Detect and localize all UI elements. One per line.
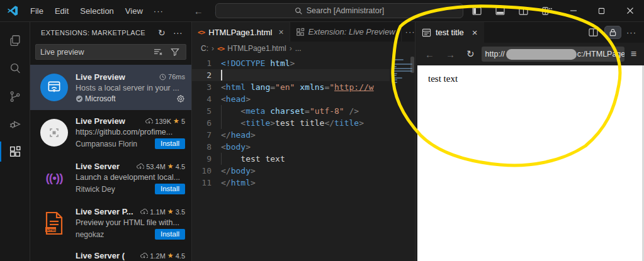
install-count-icon bbox=[140, 252, 148, 259]
code-token: http://w bbox=[334, 82, 374, 92]
code-line[interactable]: 5 <meta charset="utf-8" /> bbox=[192, 105, 415, 117]
code-token: < bbox=[221, 142, 226, 152]
preview-tab-label: test title bbox=[436, 28, 464, 37]
tab-test-title[interactable]: test title × bbox=[415, 22, 484, 43]
rating-value: 4.5 bbox=[176, 163, 185, 170]
minimap-line bbox=[392, 66, 397, 67]
filter-extensions-icon[interactable] bbox=[167, 47, 183, 57]
menu-selection[interactable]: Selection bbox=[74, 4, 119, 18]
menu-view[interactable]: View bbox=[120, 4, 149, 18]
install-button[interactable]: Install bbox=[155, 229, 185, 240]
breadcrumb-drive[interactable]: C: bbox=[201, 44, 208, 53]
close-window-button[interactable] bbox=[616, 0, 644, 21]
preview-back-icon[interactable]: ← bbox=[421, 49, 439, 60]
customize-layout-icon[interactable] bbox=[535, 0, 559, 21]
history-back-icon[interactable]: ← bbox=[194, 6, 203, 16]
preview-refresh-icon[interactable]: ↻ bbox=[462, 48, 479, 60]
code-line[interactable]: 3<html lang="en" xmlns="http://w bbox=[192, 81, 415, 93]
code-line[interactable]: 9 test text bbox=[192, 153, 415, 165]
activity-bar bbox=[0, 22, 30, 261]
menu-edit[interactable]: Edit bbox=[49, 4, 74, 18]
line-number: 4 bbox=[192, 93, 221, 105]
source-control-icon[interactable] bbox=[0, 82, 30, 110]
preview-forward-icon[interactable]: → bbox=[441, 49, 460, 60]
extensions-more-actions-icon[interactable]: ··· bbox=[169, 27, 186, 38]
activation-time: 76ms bbox=[168, 73, 185, 81]
search-view-icon[interactable] bbox=[0, 55, 30, 82]
tab-htmlpage1[interactable]: <> HTMLPage1.html × bbox=[192, 22, 290, 42]
menu-overflow-button[interactable]: ··· bbox=[149, 4, 169, 18]
clear-extensions-filter-icon[interactable] bbox=[150, 47, 167, 57]
extensions-search-input[interactable]: Live preview bbox=[35, 44, 186, 60]
code-token: </ bbox=[221, 178, 231, 187]
tab-overflow-button[interactable]: ··· bbox=[402, 22, 415, 42]
preview-menu-icon[interactable]: ≡ bbox=[627, 48, 639, 60]
manage-extension-gear-icon[interactable] bbox=[176, 94, 185, 103]
code-token: " bbox=[329, 82, 334, 92]
menu-file[interactable]: File bbox=[25, 4, 49, 18]
code-line[interactable]: 11</html> bbox=[192, 177, 415, 189]
code-token: html bbox=[265, 58, 290, 68]
install-button[interactable]: Install bbox=[155, 184, 185, 194]
close-preview-tab-icon[interactable]: × bbox=[472, 27, 478, 38]
extension-item-live-server[interactable]: ((•)) Live Server 53.4M ★ 4.5 Launch a d… bbox=[30, 155, 191, 201]
extension-item-live-server-clipped[interactable]: Live Server ( 1.2M ★ 4.5 bbox=[30, 246, 191, 261]
minimap-line bbox=[392, 77, 402, 79]
code-line[interactable]: 1<!DOCTYPE html> bbox=[192, 57, 415, 69]
rating-star-icon: ★ bbox=[167, 162, 174, 170]
code-line[interactable]: 2 bbox=[192, 69, 415, 81]
code-token bbox=[221, 118, 240, 128]
code-token: html bbox=[231, 178, 251, 187]
code-line[interactable]: 10</body> bbox=[192, 165, 415, 177]
code-token: head bbox=[231, 130, 251, 140]
minimap[interactable] bbox=[390, 55, 415, 261]
indent-guide bbox=[221, 153, 222, 165]
install-button[interactable]: Install bbox=[155, 138, 185, 149]
breadcrumb[interactable]: C: › <> HTMLPage1.html › ... bbox=[192, 42, 415, 55]
breadcrumb-tail[interactable]: ... bbox=[295, 44, 302, 53]
minimap-line bbox=[392, 64, 412, 65]
lock-preview-icon[interactable] bbox=[604, 26, 621, 39]
preview-browser-toolbar: ← → ↻ http:// c:/HTMLPage1.h ≡ bbox=[415, 43, 644, 65]
close-tab-icon[interactable]: × bbox=[278, 27, 283, 37]
toggle-secondary-sidebar-icon[interactable] bbox=[512, 0, 535, 21]
tab-extension-live-preview[interactable]: Extension: Live Preview bbox=[290, 22, 402, 42]
extension-item-live-preview-florin[interactable]: Live Preview 139K ★ 5 https://github.com… bbox=[30, 110, 191, 155]
refresh-extensions-icon[interactable]: ↻ bbox=[154, 27, 169, 38]
code-line[interactable]: 4<head> bbox=[192, 93, 415, 105]
extension-description: Preview your HTML file with... bbox=[76, 218, 185, 227]
preview-more-actions-icon[interactable]: ··· bbox=[624, 28, 639, 37]
code-token: body bbox=[231, 166, 251, 175]
line-number: 7 bbox=[192, 129, 221, 141]
code-token: xmlns bbox=[300, 82, 324, 92]
preview-url-input[interactable]: http:// c:/HTMLPage1.h bbox=[482, 47, 624, 62]
breadcrumb-file[interactable]: HTMLPage1.html bbox=[227, 44, 286, 53]
extension-name: Live Server bbox=[76, 162, 120, 171]
code-line[interactable]: 8<body> bbox=[192, 141, 415, 153]
preview-webview[interactable]: test text bbox=[415, 65, 644, 261]
maximize-button[interactable] bbox=[587, 0, 616, 21]
minimap-line bbox=[392, 75, 397, 76]
code-line[interactable]: 7</head> bbox=[192, 129, 415, 141]
toggle-panel-icon[interactable] bbox=[489, 0, 512, 21]
code-editor[interactable]: 1<!DOCTYPE html>23<html lang="en" xmlns=… bbox=[192, 55, 415, 261]
run-and-debug-icon[interactable] bbox=[0, 110, 30, 138]
code-line-content: <!DOCTYPE html> bbox=[221, 57, 295, 69]
toggle-primary-sidebar-icon[interactable] bbox=[465, 0, 489, 21]
command-search-input[interactable]: Search [Administrator] bbox=[215, 3, 463, 18]
minimize-button[interactable] bbox=[559, 0, 587, 21]
extensions-view-icon[interactable] bbox=[0, 138, 30, 165]
split-editor-icon[interactable] bbox=[585, 26, 602, 38]
rating-star-icon: ★ bbox=[167, 252, 174, 260]
extension-page-icon bbox=[296, 28, 305, 36]
explorer-icon[interactable] bbox=[0, 27, 30, 55]
indent-guide bbox=[221, 117, 222, 129]
minimap-line bbox=[392, 79, 397, 81]
extension-item-live-preview-microsoft[interactable]: Live Preview 76ms Hosts a local server i… bbox=[30, 65, 191, 110]
line-number: 3 bbox=[192, 81, 221, 93]
code-line[interactable]: 6 <title>test title</title> bbox=[192, 117, 415, 129]
svg-text:HTML: HTML bbox=[47, 228, 57, 232]
code-token: test title bbox=[275, 118, 324, 128]
extension-item-live-server-preview[interactable]: HTML Live Server P... 1.1M ★ 3.5 bbox=[30, 201, 191, 246]
preview-body-text: test text bbox=[428, 74, 458, 84]
